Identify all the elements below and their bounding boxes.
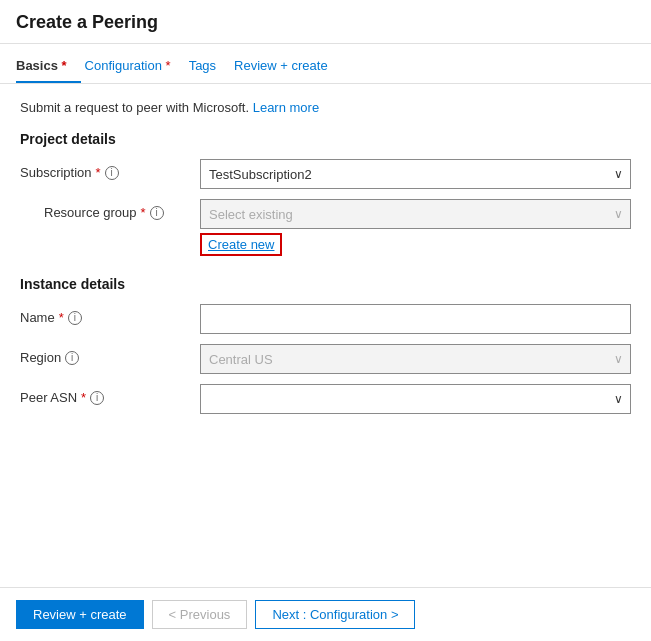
subscription-control: TestSubscription2 <box>200 159 631 189</box>
region-row: Region i Central US <box>20 344 631 374</box>
create-new-link[interactable]: Create new <box>200 233 282 256</box>
page-header: Create a Peering <box>0 0 651 44</box>
tab-configuration[interactable]: Configuration * <box>85 48 185 83</box>
name-input[interactable] <box>200 304 631 334</box>
resource-group-info-icon[interactable]: i <box>150 206 164 220</box>
resource-group-select-wrapper: Select existing <box>200 199 631 229</box>
content-area: Submit a request to peer with Microsoft.… <box>0 84 651 587</box>
name-label: Name * i <box>20 304 200 325</box>
learn-more-link[interactable]: Learn more <box>253 100 319 115</box>
page-title: Create a Peering <box>16 12 635 33</box>
region-info-icon[interactable]: i <box>65 351 79 365</box>
region-label: Region i <box>20 344 200 365</box>
peer-asn-info-icon[interactable]: i <box>90 391 104 405</box>
subscription-label: Subscription * i <box>20 159 200 180</box>
region-select[interactable]: Central US <box>200 344 631 374</box>
info-text: Submit a request to peer with Microsoft.… <box>20 100 631 115</box>
instance-details-title: Instance details <box>20 276 631 292</box>
review-create-button[interactable]: Review + create <box>16 600 144 629</box>
subscription-select-wrapper: TestSubscription2 <box>200 159 631 189</box>
tab-basics[interactable]: Basics * <box>16 48 81 83</box>
project-details-title: Project details <box>20 131 631 147</box>
tab-tags[interactable]: Tags <box>189 48 230 83</box>
footer: Review + create < Previous Next : Config… <box>0 587 651 641</box>
peer-asn-control <box>200 384 631 414</box>
resource-group-label: Resource group * i <box>20 199 200 220</box>
peer-asn-row: Peer ASN * i <box>20 384 631 414</box>
subscription-info-icon[interactable]: i <box>105 166 119 180</box>
name-row: Name * i <box>20 304 631 334</box>
instance-details-section: Instance details Name * i Region i Centr… <box>20 276 631 414</box>
subscription-select[interactable]: TestSubscription2 <box>200 159 631 189</box>
resource-group-control: Select existing Create new <box>200 199 631 256</box>
peer-asn-select[interactable] <box>200 384 631 414</box>
tab-bar: Basics * Configuration * Tags Review + c… <box>0 48 651 84</box>
peer-asn-select-wrapper <box>200 384 631 414</box>
next-button[interactable]: Next : Configuration > <box>255 600 415 629</box>
subscription-row: Subscription * i TestSubscription2 <box>20 159 631 189</box>
resource-group-select[interactable]: Select existing <box>200 199 631 229</box>
name-control <box>200 304 631 334</box>
peer-asn-label: Peer ASN * i <box>20 384 200 405</box>
previous-button[interactable]: < Previous <box>152 600 248 629</box>
tab-review-create[interactable]: Review + create <box>234 48 342 83</box>
name-info-icon[interactable]: i <box>68 311 82 325</box>
project-details-section: Project details Subscription * i TestSub… <box>20 131 631 256</box>
region-control: Central US <box>200 344 631 374</box>
region-select-wrapper: Central US <box>200 344 631 374</box>
resource-group-row: Resource group * i Select existing Creat… <box>20 199 631 256</box>
